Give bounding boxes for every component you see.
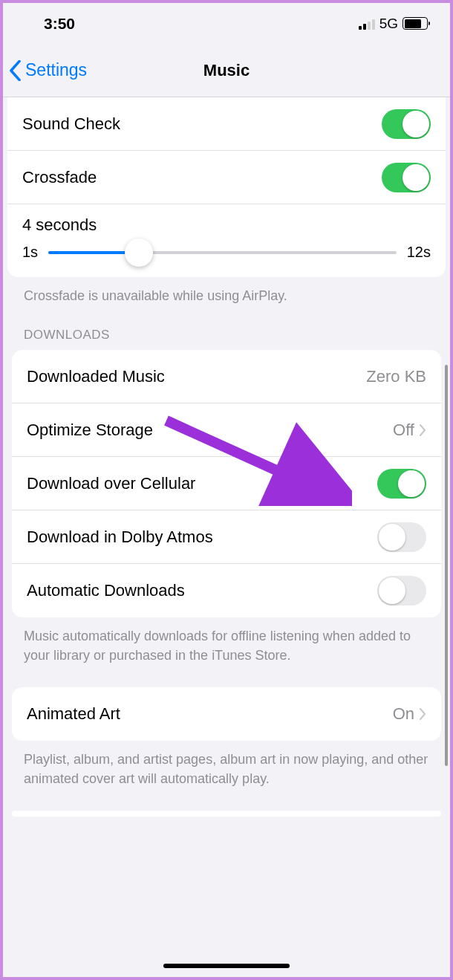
crossfade-slider-row: 4 seconds 1s 12s bbox=[7, 204, 446, 277]
scroll-indicator[interactable] bbox=[445, 365, 448, 766]
downloaded-music-row[interactable]: Downloaded Music Zero KB bbox=[12, 350, 441, 403]
sound-check-row: Sound Check bbox=[7, 97, 446, 151]
slider-max-label: 12s bbox=[407, 244, 431, 261]
animated-art-value: On bbox=[393, 704, 414, 724]
auto-downloads-row: Automatic Downloads bbox=[12, 564, 441, 617]
playback-group: Sound Check Crossfade 4 seconds 1s 12s bbox=[7, 97, 446, 277]
downloads-footer: Music automatically downloads for offlin… bbox=[3, 617, 450, 665]
download-dolby-switch[interactable] bbox=[377, 522, 426, 552]
phone-screen: 3:50 5G Settings Music Sound Check Cross… bbox=[0, 0, 453, 980]
signal-icon bbox=[359, 18, 375, 30]
downloads-group: Downloaded Music Zero KB Optimize Storag… bbox=[12, 350, 441, 617]
status-bar: 3:50 5G bbox=[3, 3, 450, 44]
crossfade-label: Crossfade bbox=[22, 168, 97, 187]
animated-art-label: Animated Art bbox=[27, 704, 120, 724]
content-scroll[interactable]: Sound Check Crossfade 4 seconds 1s 12s bbox=[3, 97, 450, 977]
crossfade-switch[interactable] bbox=[382, 163, 431, 192]
next-group bbox=[12, 811, 441, 817]
crossfade-row: Crossfade bbox=[7, 151, 446, 204]
chevron-right-icon bbox=[419, 424, 426, 436]
crossfade-footer: Crossfade is unavailable while using Air… bbox=[3, 277, 450, 305]
optimize-storage-value: Off bbox=[393, 421, 414, 440]
download-cellular-switch[interactable] bbox=[377, 469, 426, 499]
navigation-bar: Settings Music bbox=[3, 44, 450, 97]
downloads-header: Downloads bbox=[3, 305, 450, 350]
downloaded-music-value: Zero KB bbox=[366, 367, 426, 386]
optimize-storage-row[interactable]: Optimize Storage Off bbox=[12, 403, 441, 457]
animated-art-row[interactable]: Animated Art On bbox=[12, 687, 441, 741]
download-cellular-row: Download over Cellular bbox=[12, 457, 441, 510]
download-dolby-label: Download in Dolby Atmos bbox=[27, 528, 213, 547]
animated-art-group: Animated Art On bbox=[12, 687, 441, 741]
download-cellular-label: Download over Cellular bbox=[27, 474, 195, 493]
back-button[interactable]: Settings bbox=[3, 60, 87, 81]
sound-check-switch[interactable] bbox=[382, 109, 431, 139]
slider-min-label: 1s bbox=[22, 244, 38, 261]
sound-check-label: Sound Check bbox=[22, 114, 120, 134]
battery-icon bbox=[403, 17, 428, 30]
auto-downloads-switch[interactable] bbox=[377, 576, 426, 606]
chevron-right-icon bbox=[419, 708, 426, 720]
back-label: Settings bbox=[25, 60, 87, 80]
auto-downloads-label: Automatic Downloads bbox=[27, 581, 185, 600]
slider-thumb[interactable] bbox=[125, 238, 153, 267]
optimize-storage-label: Optimize Storage bbox=[27, 421, 153, 440]
status-time: 3:50 bbox=[44, 15, 75, 33]
downloaded-music-label: Downloaded Music bbox=[27, 367, 165, 386]
home-indicator[interactable] bbox=[163, 964, 290, 968]
data-type-label: 5G bbox=[379, 16, 398, 32]
download-dolby-row: Download in Dolby Atmos bbox=[12, 510, 441, 564]
crossfade-duration-label: 4 seconds bbox=[22, 215, 431, 235]
animated-art-footer: Playlist, album, and artist pages, album… bbox=[3, 741, 450, 788]
crossfade-slider[interactable] bbox=[48, 251, 397, 254]
chevron-left-icon bbox=[9, 60, 22, 81]
page-title: Music bbox=[203, 61, 250, 80]
